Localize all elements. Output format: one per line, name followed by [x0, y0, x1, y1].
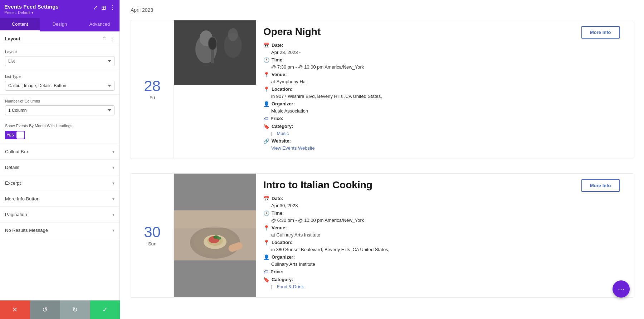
clock-icon-1: 🕐: [263, 57, 269, 63]
event-meta-date-2: 📅 Date:: [263, 196, 569, 201]
layout-collapse-icon[interactable]: ⌃: [102, 36, 107, 41]
more-info-button-2[interactable]: More Info: [581, 179, 620, 192]
toggle-row: Show Events By Month With Headings YES: [0, 119, 119, 144]
event-date-num-1: 28: [144, 79, 161, 94]
event-meta-venue-1: 📍 Venue:: [263, 72, 569, 78]
event-category-value-row-1: | Music: [263, 131, 569, 136]
details-header[interactable]: Details ▾: [0, 160, 119, 175]
no-results-header[interactable]: No Results Message ▾: [0, 223, 119, 238]
excerpt-chevron: ▾: [112, 181, 114, 186]
sidebar-preset[interactable]: Preset: Default ▾: [4, 10, 59, 15]
callout-box-label: Callout Box: [5, 149, 29, 154]
event-date-num-2: 30: [144, 225, 161, 240]
event-category-value-row-2: | Food & Drink: [263, 284, 569, 289]
category-pipe-2: |: [271, 284, 272, 289]
event-image-2: [174, 174, 256, 297]
no-results-label: No Results Message: [5, 228, 48, 233]
more-options-icon[interactable]: ⋮: [109, 4, 115, 11]
price-icon-1: 🏷: [263, 116, 268, 121]
sidebar-header-icons: ⤢ ⊞ ⋮: [93, 4, 115, 11]
event-meta-category-2: 🔖 Category:: [263, 277, 569, 283]
layout-select[interactable]: List: [5, 56, 114, 66]
website-link-1[interactable]: View Events Website: [271, 145, 315, 151]
columns-select[interactable]: 1 Column: [5, 105, 114, 115]
more-info-button-label: More Info Button: [5, 196, 39, 201]
category-link-1[interactable]: Music: [277, 131, 289, 136]
event-location-value-row-2: in 380 Sunset Boulevard, Beverly Hills ,…: [263, 247, 569, 252]
event-action-2: More Info: [576, 174, 633, 297]
event-meta-organizer-1: 👤 Organizer:: [263, 101, 569, 107]
toggle-knob: [16, 131, 24, 139]
excerpt-section: Excerpt ▾: [0, 175, 119, 191]
event-meta-price-1: 🏷 Price:: [263, 116, 569, 121]
event-date-day-2: Sun: [148, 241, 156, 246]
list-type-label: List Type: [5, 74, 114, 79]
details-chevron: ▾: [112, 165, 114, 170]
website-icon-1: 🔗: [263, 138, 269, 144]
pagination-label: Pagination: [5, 212, 27, 217]
sidebar-title: Events Feed Settings: [4, 4, 59, 10]
event-time-value-row-2: @ 6:30 pm - @ 10:00 pm America/New_York: [263, 218, 569, 223]
date-value-2: Apr 30, 2023 -: [271, 203, 301, 208]
no-results-section: No Results Message ▾: [0, 223, 119, 238]
sidebar-content: Layout ⌃ ⋮ Layout List List Type Callout…: [0, 31, 119, 319]
event-meta-location-1: 📍 Location:: [263, 86, 569, 92]
tab-content[interactable]: Content: [0, 18, 40, 31]
tab-design[interactable]: Design: [40, 18, 79, 31]
main-content: April 2023 28 Fri Opera Night 📅: [120, 0, 644, 319]
month-headings-toggle[interactable]: YES: [5, 131, 25, 139]
event-meta-date-1: 📅 Date:: [263, 43, 569, 48]
venue-label-2: Venue:: [272, 225, 287, 230]
more-info-button-header[interactable]: More Info Button ▾: [0, 191, 119, 206]
organizer-icon-1: 👤: [263, 101, 269, 107]
event-website-value-row-1: View Events Website: [263, 145, 569, 151]
category-label-2: Category:: [272, 277, 293, 282]
tab-advanced[interactable]: Advanced: [80, 18, 119, 31]
event-meta-time-2: 🕐 Time:: [263, 210, 569, 216]
toggle-yes-label: YES: [5, 131, 16, 139]
resize-icon[interactable]: ⤢: [93, 4, 98, 11]
category-link-2[interactable]: Food & Drink: [277, 284, 304, 289]
event-image-1: [174, 20, 256, 85]
more-info-button-1[interactable]: More Info: [581, 26, 620, 39]
time-label-2: Time:: [272, 210, 284, 216]
event-time-value-row-1: @ 7:30 pm - @ 10:00 pm America/New_York: [263, 64, 569, 70]
more-info-button-chevron: ▾: [112, 196, 114, 201]
event-meta-location-2: 📍 Location:: [263, 240, 569, 245]
list-type-select[interactable]: Callout, Image, Details, Button: [5, 81, 114, 91]
redo-button[interactable]: ↻: [60, 300, 90, 319]
event-meta-venue-2: 📍 Venue:: [263, 225, 569, 231]
venue-value-2: at Culinary Arts Institute: [271, 232, 320, 238]
category-icon-2: 🔖: [263, 277, 269, 283]
floating-action-button[interactable]: ···: [613, 280, 630, 298]
excerpt-header[interactable]: Excerpt ▾: [0, 175, 119, 191]
cancel-button[interactable]: ✕: [0, 300, 30, 319]
venue-label-1: Venue:: [272, 72, 287, 77]
event-meta-organizer-2: 👤 Organizer:: [263, 254, 569, 260]
undo-button[interactable]: ↺: [30, 300, 60, 319]
event-venue-value-row-2: at Culinary Arts Institute: [263, 232, 569, 238]
sidebar-header: Events Feed Settings Preset: Default ▾ ⤢…: [0, 0, 119, 18]
date-value-1: Apr 28, 2023 -: [271, 50, 301, 55]
event-card-italian-cooking: 30 Sun Int: [131, 173, 633, 298]
event-title-1: Opera Night: [263, 26, 569, 38]
grid-icon[interactable]: ⊞: [101, 4, 106, 11]
pagination-header[interactable]: Pagination ▾: [0, 207, 119, 222]
layout-more-icon[interactable]: ⋮: [109, 36, 114, 41]
more-info-button-section: More Info Button ▾: [0, 191, 119, 207]
price-label-2: Price:: [270, 269, 283, 274]
venue-icon-2: 📍: [263, 225, 269, 231]
event-location-value-row-1: in 9077 Wilshire Blvd, Beverly Hills ,CA…: [263, 94, 569, 99]
calendar-icon-1: 📅: [263, 43, 269, 48]
event-card-opera-night: 28 Fri Opera Night 📅 Date:: [131, 20, 633, 159]
sidebar-footer: ✕ ↺ ↻ ✓: [0, 300, 120, 319]
location-value-2: in 380 Sunset Boulevard, Beverly Hills ,…: [271, 247, 389, 252]
organizer-value-2: Culinary Arts Institute: [271, 261, 315, 267]
callout-box-header[interactable]: Callout Box ▾: [0, 144, 119, 159]
event-details-1: Opera Night 📅 Date: Apr 28, 2023 - 🕐 Tim…: [256, 20, 576, 159]
save-button[interactable]: ✓: [90, 300, 120, 319]
event-date-box-1: 28 Fri: [131, 20, 174, 159]
layout-section-icons: ⌃ ⋮: [102, 36, 114, 41]
event-action-1: More Info: [576, 20, 633, 159]
event-date-box-2: 30 Sun: [131, 174, 174, 297]
